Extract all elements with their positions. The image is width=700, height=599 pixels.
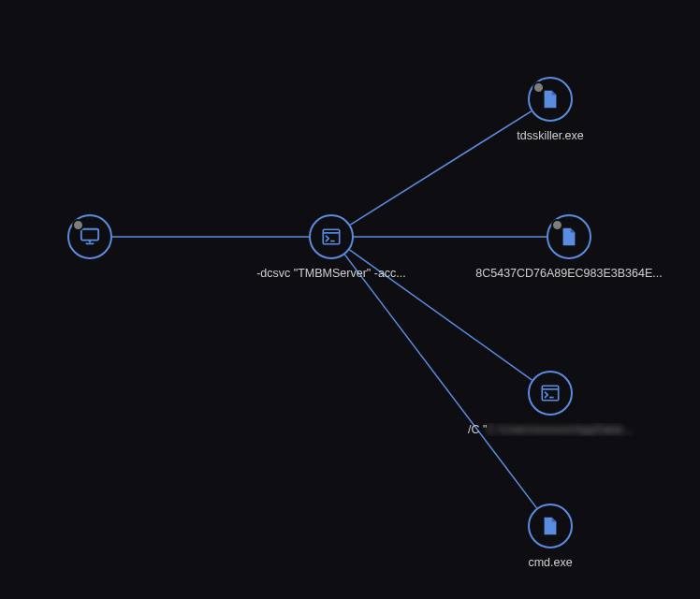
file-icon [559,226,579,247]
svg-rect-5 [81,229,98,241]
node-center-terminal[interactable] [309,214,354,259]
svg-rect-6 [89,241,91,243]
node-hash-file-label: 8C5437CD76A89EC983E3B364E... [475,267,663,280]
node-cmd-exe[interactable] [528,504,573,548]
node-host[interactable] [67,214,112,259]
status-dot-icon [551,219,563,231]
node-center-label: -dcsvc "TMBMServer" -acc... [238,267,425,280]
svg-line-4 [344,255,536,508]
file-icon [540,89,561,110]
svg-rect-7 [85,242,94,244]
process-tree-canvas: -dcsvc "TMBMServer" -acc... tdsskiller.e… [0,0,700,599]
status-dot-icon [532,81,545,94]
monitor-icon [80,226,100,247]
status-dot-icon [72,219,84,231]
svg-line-1 [350,111,531,225]
svg-rect-11 [542,386,558,401]
node-cmd-c-label-prefix: /C " [468,423,487,436]
terminal-icon [321,226,342,247]
file-icon [540,516,561,536]
node-cmd-exe-label: cmd.exe [457,556,644,569]
node-tdsskiller-label: tdsskiller.exe [457,129,644,142]
node-cmd-c[interactable] [528,371,573,416]
terminal-icon [540,383,561,403]
node-tdsskiller[interactable] [528,77,573,122]
node-hash-file[interactable] [547,214,591,259]
node-cmd-c-label-blurred: C:\Users\xxxxxx\AppData\... [487,423,633,436]
node-cmd-c-label: /C "C:\Users\xxxxxx\AppData\... [457,423,644,436]
svg-rect-8 [323,229,339,244]
graph-edges [0,0,700,599]
